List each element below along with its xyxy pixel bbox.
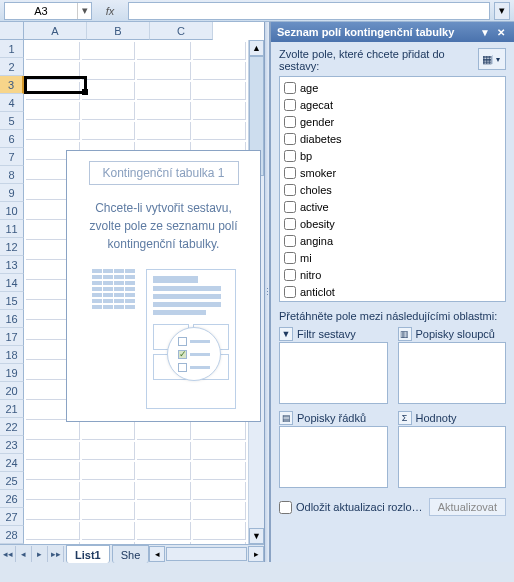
row-header[interactable]: 28 — [0, 526, 24, 544]
row-header[interactable]: 4 — [0, 94, 24, 112]
sigma-icon: Σ — [398, 411, 412, 425]
sheet-tab-active[interactable]: List1 — [66, 545, 110, 563]
row-header[interactable]: 18 — [0, 346, 24, 364]
tab-nav-first-icon[interactable]: ◂◂ — [0, 546, 16, 562]
row-header[interactable]: 26 — [0, 490, 24, 508]
field-checkbox[interactable] — [284, 99, 296, 111]
row-header[interactable]: 10 — [0, 202, 24, 220]
field-item[interactable]: angina — [284, 232, 501, 249]
tab-nav-next-icon[interactable]: ▸ — [32, 546, 48, 562]
col-header[interactable]: A — [24, 22, 87, 40]
row-header[interactable]: 3 — [0, 76, 24, 94]
field-item[interactable]: smoker — [284, 164, 501, 181]
layout-options-button[interactable]: ▦▾ — [478, 48, 506, 70]
fx-icon[interactable]: fx — [96, 5, 124, 17]
row-header[interactable]: 7 — [0, 148, 24, 166]
row-header[interactable]: 24 — [0, 454, 24, 472]
row-header[interactable]: 12 — [0, 238, 24, 256]
cell-grid[interactable]: Kontingenční tabulka 1 Chcete-li vytvoři… — [24, 40, 248, 544]
row-header[interactable]: 22 — [0, 418, 24, 436]
worksheet-area: A B C 1234567891011121314151617181920212… — [0, 22, 264, 562]
hscroll-track[interactable] — [166, 547, 247, 561]
field-label: age — [300, 82, 318, 94]
name-box[interactable]: A3 ▾ — [4, 2, 92, 20]
row-header[interactable]: 25 — [0, 472, 24, 490]
field-checkbox[interactable] — [284, 167, 296, 179]
field-checkbox[interactable] — [284, 150, 296, 162]
field-item[interactable]: nitro — [284, 266, 501, 283]
column-headers: A B C — [24, 22, 213, 40]
field-checkbox[interactable] — [284, 252, 296, 264]
row-header[interactable]: 15 — [0, 292, 24, 310]
row-header[interactable]: 17 — [0, 328, 24, 346]
update-button[interactable]: Aktualizovat — [429, 498, 506, 516]
zone-columns[interactable] — [398, 342, 507, 404]
row-header[interactable]: 9 — [0, 184, 24, 202]
tab-nav-prev-icon[interactable]: ◂ — [16, 546, 32, 562]
defer-update-checkbox[interactable]: Odložit aktualizaci rozlo… — [279, 501, 423, 514]
hscroll-right-icon[interactable]: ▸ — [248, 546, 264, 562]
row-header[interactable]: 27 — [0, 508, 24, 526]
tab-nav-last-icon[interactable]: ▸▸ — [48, 546, 64, 562]
zone-values[interactable] — [398, 426, 507, 488]
field-checkbox[interactable] — [284, 286, 296, 298]
field-item[interactable]: age — [284, 79, 501, 96]
row-header[interactable]: 23 — [0, 436, 24, 454]
col-header[interactable]: B — [87, 22, 150, 40]
row-header[interactable]: 2 — [0, 58, 24, 76]
field-label: mi — [300, 252, 312, 264]
field-checkbox[interactable] — [284, 133, 296, 145]
columns-icon: ▥ — [398, 327, 412, 341]
field-item[interactable]: gender — [284, 113, 501, 130]
row-header[interactable]: 1 — [0, 40, 24, 58]
field-item[interactable]: active — [284, 198, 501, 215]
field-item[interactable]: choles — [284, 181, 501, 198]
row-header[interactable]: 19 — [0, 364, 24, 382]
row-header[interactable]: 21 — [0, 400, 24, 418]
name-box-dropdown-icon[interactable]: ▾ — [77, 3, 91, 19]
formula-bar-expand-icon[interactable]: ▾ — [494, 2, 510, 20]
formula-bar-row: A3 ▾ fx ▾ — [0, 0, 514, 22]
sheet-tab[interactable]: She — [112, 545, 150, 563]
row-header[interactable]: 20 — [0, 382, 24, 400]
pivot-field-list-pane: Seznam polí kontingenční tabulky ▼ ✕ Zvo… — [270, 22, 514, 562]
field-item[interactable]: bp — [284, 147, 501, 164]
formula-bar[interactable] — [128, 2, 490, 20]
field-checkbox[interactable] — [284, 82, 296, 94]
field-label: choles — [300, 184, 332, 196]
field-checkbox[interactable] — [284, 184, 296, 196]
col-header[interactable]: C — [150, 22, 213, 40]
scroll-down-icon[interactable]: ▼ — [249, 528, 264, 544]
hscroll-left-icon[interactable]: ◂ — [149, 546, 165, 562]
task-pane-close-icon[interactable]: ✕ — [494, 25, 508, 39]
row-header[interactable]: 8 — [0, 166, 24, 184]
scroll-up-icon[interactable]: ▲ — [249, 40, 264, 56]
task-pane-header: Seznam polí kontingenční tabulky ▼ ✕ — [271, 22, 514, 42]
chevron-down-icon: ▾ — [492, 55, 502, 64]
field-item[interactable]: obesity — [284, 215, 501, 232]
field-label: gender — [300, 116, 334, 128]
field-item[interactable]: agecat — [284, 96, 501, 113]
zone-rows[interactable] — [279, 426, 388, 488]
select-all-corner[interactable] — [0, 22, 24, 40]
row-header[interactable]: 11 — [0, 220, 24, 238]
row-header[interactable]: 5 — [0, 112, 24, 130]
filter-icon: ▼ — [279, 327, 293, 341]
field-item[interactable]: diabetes — [284, 130, 501, 147]
field-checkbox[interactable] — [284, 201, 296, 213]
field-item[interactable]: anticlot — [284, 283, 501, 300]
row-header[interactable]: 13 — [0, 256, 24, 274]
field-checkbox[interactable] — [284, 218, 296, 230]
field-checkbox[interactable] — [284, 235, 296, 247]
field-item[interactable]: mi — [284, 249, 501, 266]
zone-filter[interactable] — [279, 342, 388, 404]
field-checkbox[interactable] — [284, 269, 296, 281]
field-list[interactable]: ageagecatgenderdiabetesbpsmokercholesact… — [279, 76, 506, 302]
row-header[interactable]: 14 — [0, 274, 24, 292]
zone-filter-label: ▼Filtr sestavy — [279, 326, 388, 342]
name-box-value: A3 — [5, 5, 77, 17]
task-pane-dropdown-icon[interactable]: ▼ — [478, 25, 492, 39]
field-checkbox[interactable] — [284, 116, 296, 128]
row-header[interactable]: 6 — [0, 130, 24, 148]
row-header[interactable]: 16 — [0, 310, 24, 328]
